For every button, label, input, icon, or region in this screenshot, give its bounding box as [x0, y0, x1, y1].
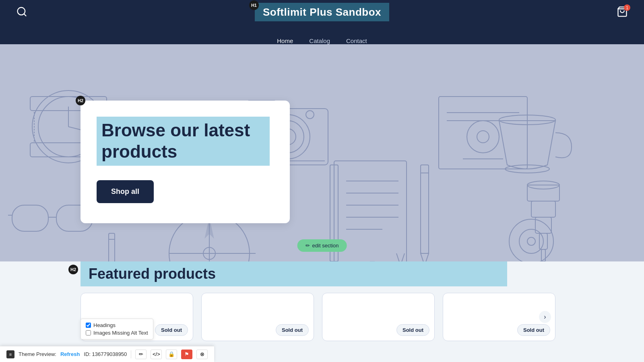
sold-out-badge: Sold out: [396, 324, 429, 336]
edit-section-button[interactable]: ✏ edit section: [297, 239, 347, 252]
featured-heading-wrapper: H2 Featured products: [80, 261, 507, 286]
svg-point-50: [477, 131, 489, 143]
code-toolbar-btn[interactable]: </>: [151, 350, 162, 359]
svg-rect-10: [12, 205, 48, 231]
search-button[interactable]: [16, 6, 27, 19]
hero-section: H2 Browse our latest products Shop all ✏…: [0, 44, 644, 261]
site-title: Softlimit Plus Sandbox: [255, 3, 389, 21]
svg-point-32: [306, 111, 314, 119]
svg-point-62: [527, 237, 535, 245]
id-label: ID: 136779038950: [84, 351, 127, 357]
nav-contact[interactable]: Contact: [346, 37, 367, 44]
hero-card: H2 Browse our latest products Shop all: [80, 101, 290, 223]
images-checkbox[interactable]: [86, 330, 91, 335]
shop-all-button[interactable]: Shop all: [97, 180, 154, 203]
images-label[interactable]: Images Missing Alt Text: [93, 330, 148, 336]
edit-icon: ✏: [305, 243, 310, 249]
cart-button[interactable]: 1: [617, 6, 628, 19]
sold-out-badge: Sold out: [155, 324, 188, 336]
main-nav: Home Catalog Contact: [277, 37, 367, 44]
edit-section-label: edit section: [312, 243, 339, 249]
svg-rect-43: [421, 165, 429, 253]
h2-badge-featured: H2: [68, 265, 78, 274]
sold-out-badge: Sold out: [517, 324, 550, 336]
svg-rect-46: [439, 97, 527, 169]
svg-point-47: [467, 121, 499, 153]
h1-badge: H1: [249, 0, 259, 10]
svg-point-60: [509, 219, 553, 261]
svg-rect-63: [109, 233, 115, 261]
cart-count: 1: [624, 4, 630, 11]
checkboxes-panel: Headings Images Missing Alt Text: [80, 319, 153, 339]
headings-label[interactable]: Headings: [93, 322, 116, 328]
product-card[interactable]: Sold out: [322, 293, 435, 341]
images-checkbox-row: Images Missing Alt Text: [86, 330, 148, 336]
edit-toolbar-btn[interactable]: ✏: [135, 350, 147, 359]
product-card-last[interactable]: Sold out ›: [443, 293, 555, 341]
svg-rect-54: [527, 185, 559, 201]
sold-out-badge: Sold out: [276, 324, 309, 336]
refresh-label[interactable]: Refresh: [60, 351, 80, 357]
nav-catalog[interactable]: Catalog: [309, 37, 330, 44]
site-title-wrapper: H1 Softlimit Plus Sandbox: [255, 6, 389, 19]
featured-heading: Featured products: [80, 261, 507, 286]
headings-checkbox[interactable]: [86, 323, 91, 328]
flag-toolbar-btn[interactable]: ⚑: [181, 350, 192, 359]
scroll-right-icon: ›: [539, 311, 551, 323]
dev-toolbar-icon: ≡: [6, 350, 14, 358]
theme-preview-label: Theme Preview:: [19, 351, 56, 357]
svg-line-1: [24, 14, 26, 16]
toolbar-divider: [131, 350, 131, 358]
cross-toolbar-btn[interactable]: ⊗: [196, 350, 208, 359]
hero-heading: Browse our latest products: [97, 117, 270, 166]
header-top: H1 Softlimit Plus Sandbox 1: [16, 6, 628, 19]
product-card[interactable]: Sold out: [201, 293, 314, 341]
svg-rect-55: [531, 201, 555, 217]
site-header: H1 Softlimit Plus Sandbox 1 Home Catalog…: [0, 0, 644, 44]
headings-checkbox-row: Headings: [86, 322, 148, 328]
svg-marker-44: [421, 253, 429, 261]
h2-badge: H2: [76, 96, 85, 105]
dev-toolbar: ≡ Theme Preview: Refresh ID: 13677903895…: [0, 346, 214, 362]
lock-toolbar-btn[interactable]: 🔒: [166, 350, 177, 359]
nav-home[interactable]: Home: [277, 37, 293, 44]
